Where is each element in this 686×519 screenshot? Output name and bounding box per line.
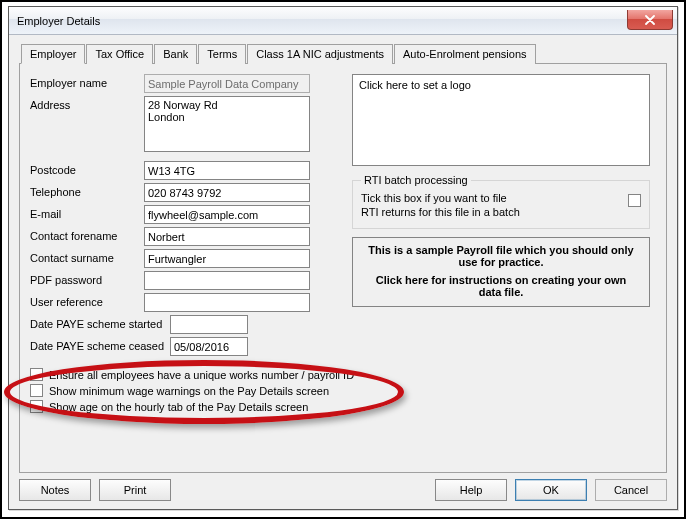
window-title: Employer Details [17, 15, 627, 27]
cancel-button[interactable]: Cancel [595, 479, 667, 501]
rti-text-line2: RTI returns for this file in a batch [361, 206, 520, 218]
label-telephone: Telephone [30, 183, 144, 198]
label-postcode: Postcode [30, 161, 144, 176]
label-user-reference: User reference [30, 293, 144, 308]
close-button[interactable] [627, 10, 673, 30]
paye-ceased-field[interactable] [170, 337, 248, 356]
rti-checkbox[interactable] [628, 194, 641, 207]
print-button[interactable]: Print [99, 479, 171, 501]
label-contact-surname: Contact surname [30, 249, 144, 264]
tab-strip: Employer Tax Office Bank Terms Class 1A … [19, 43, 667, 63]
employer-name-field [144, 74, 310, 93]
chk-unique-works[interactable] [30, 368, 43, 381]
pdf-password-field[interactable] [144, 271, 310, 290]
chk-min-wage-label: Show minimum wage warnings on the Pay De… [49, 385, 329, 397]
logo-box[interactable]: Click here to set a logo [352, 74, 650, 166]
ok-button[interactable]: OK [515, 479, 587, 501]
rti-legend: RTI batch processing [361, 174, 471, 186]
contact-forename-field[interactable] [144, 227, 310, 246]
rti-text-line1: Tick this box if you want to file [361, 192, 507, 204]
telephone-field[interactable] [144, 183, 310, 202]
paye-started-field[interactable] [170, 315, 248, 334]
user-reference-field[interactable] [144, 293, 310, 312]
tab-terms[interactable]: Terms [198, 44, 246, 64]
chk-show-age-label: Show age on the hourly tab of the Pay De… [49, 401, 308, 413]
tab-bank[interactable]: Bank [154, 44, 197, 64]
rti-group: RTI batch processing Tick this box if yo… [352, 174, 650, 229]
chk-min-wage[interactable] [30, 384, 43, 397]
email-field[interactable] [144, 205, 310, 224]
titlebar: Employer Details [9, 7, 677, 35]
logo-placeholder-text: Click here to set a logo [359, 79, 471, 91]
label-paye-started: Date PAYE scheme started [30, 315, 170, 330]
notes-button[interactable]: Notes [19, 479, 91, 501]
tab-panel-employer: Employer name Address Postcode Telephone [19, 63, 667, 473]
postcode-field[interactable] [144, 161, 310, 180]
info-link[interactable]: Click here for instructions on creating … [363, 274, 639, 298]
button-row: Notes Print Help OK Cancel [19, 473, 667, 501]
dialog-window: Employer Details Employer Tax Office Ban… [8, 6, 678, 510]
label-address: Address [30, 96, 144, 111]
chk-unique-works-label: Ensure all employees have a unique works… [49, 369, 354, 381]
chk-show-age[interactable] [30, 400, 43, 413]
contact-surname-field[interactable] [144, 249, 310, 268]
label-employer-name: Employer name [30, 74, 144, 89]
info-line1: This is a sample Payroll file which you … [368, 244, 633, 268]
label-paye-ceased: Date PAYE scheme ceased [30, 337, 170, 352]
tab-class-1a-nic[interactable]: Class 1A NIC adjustments [247, 44, 393, 64]
tab-tax-office[interactable]: Tax Office [86, 44, 153, 64]
label-pdf-password: PDF password [30, 271, 144, 286]
tab-auto-enrolment[interactable]: Auto-Enrolment pensions [394, 44, 536, 64]
address-field[interactable] [144, 96, 310, 152]
label-contact-forename: Contact forename [30, 227, 144, 242]
help-button[interactable]: Help [435, 479, 507, 501]
info-box: This is a sample Payroll file which you … [352, 237, 650, 307]
close-icon [644, 15, 656, 25]
label-email: E-mail [30, 205, 144, 220]
tab-employer[interactable]: Employer [21, 44, 85, 64]
